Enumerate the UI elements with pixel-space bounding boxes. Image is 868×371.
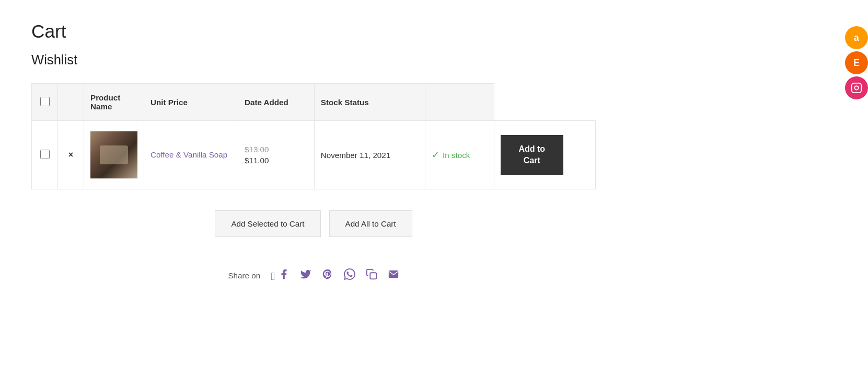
pinterest-share-icon[interactable] [322, 268, 333, 283]
wishlist-table: Product Name Unit Price Date Added Stock… [31, 83, 596, 189]
twitter-share-icon[interactable] [300, 268, 311, 283]
svg-rect-0 [370, 273, 376, 279]
stock-label: In stock [443, 151, 470, 160]
add-to-cart-cell: Add to Cart [494, 121, 595, 189]
wishlist-heading: Wishlist [31, 52, 596, 68]
product-image-cell [84, 121, 144, 189]
product-image [90, 131, 137, 178]
side-amazon-icon[interactable]: a [845, 26, 868, 49]
whatsapp-share-icon[interactable] [344, 268, 355, 283]
product-name-cell: Coffee & Vanilla Soap [144, 121, 238, 189]
add-to-cart-button[interactable]: Add to Cart [501, 135, 563, 175]
date-added-cell: November 11, 2021 [314, 121, 425, 189]
price-cell: $13.00 $11.00 [238, 121, 315, 189]
table-row: × Coffee & Vanilla Soap $13.00 $11.00 No… [32, 121, 596, 189]
header-stock-status: Stock Status [314, 84, 425, 121]
share-row: Share on  [31, 268, 596, 303]
row-checkbox-cell [32, 121, 58, 189]
copy-link-icon[interactable] [366, 268, 377, 283]
add-all-button[interactable]: Add All to Cart [329, 210, 412, 237]
row-checkbox[interactable] [40, 150, 50, 159]
remove-button[interactable]: × [68, 150, 73, 160]
header-product-name: Product Name [84, 84, 144, 121]
stock-checkmark-icon: ✓ [432, 150, 439, 161]
stock-cell: ✓ In stock [425, 121, 494, 189]
side-social-bar: a E [845, 26, 868, 99]
price-original: $13.00 [245, 145, 308, 154]
date-added-value: November 11, 2021 [321, 151, 390, 160]
page-title: Cart [31, 21, 596, 42]
product-link[interactable]: Coffee & Vanilla Soap [151, 150, 227, 159]
price-current: $11.00 [245, 156, 308, 165]
stock-status-wrap: ✓ In stock [432, 150, 488, 161]
header-image-col [58, 84, 84, 121]
header-checkbox-col [32, 84, 58, 121]
side-etsy-icon[interactable]: E [845, 51, 868, 74]
select-all-checkbox[interactable] [40, 97, 50, 106]
header-date-added: Date Added [238, 84, 315, 121]
remove-cell: × [58, 121, 84, 189]
share-label: Share on [228, 271, 260, 280]
email-share-icon[interactable] [388, 268, 399, 283]
svg-rect-1 [852, 83, 861, 93]
add-selected-button[interactable]: Add Selected to Cart [215, 210, 320, 237]
bulk-actions-row: Add Selected to Cart Add All to Cart [31, 205, 596, 242]
header-unit-price: Unit Price [144, 84, 238, 121]
header-action [425, 84, 494, 121]
facebook-share-icon[interactable]:  [271, 268, 289, 283]
side-instagram-icon[interactable] [845, 76, 868, 99]
